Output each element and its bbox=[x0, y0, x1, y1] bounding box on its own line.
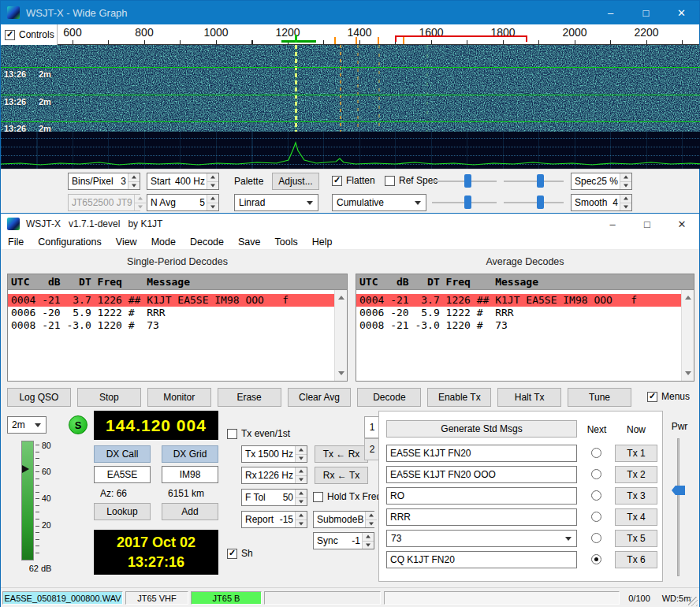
ref-spec-checkbox[interactable]: Ref Spec bbox=[385, 175, 438, 186]
controls-checkbox[interactable]: Controls bbox=[1, 24, 58, 45]
add-button[interactable]: Add bbox=[162, 503, 218, 520]
f-tol-spinner[interactable]: F Tol 50 bbox=[241, 489, 307, 506]
maximize-icon[interactable]: □ bbox=[630, 214, 665, 234]
decode-button[interactable]: Decode bbox=[357, 388, 421, 407]
spinner-arrows-icon[interactable] bbox=[365, 512, 377, 527]
tx-freq-spinner[interactable]: Tx 1500 Hz bbox=[241, 445, 307, 463]
menu-save[interactable]: Save bbox=[231, 236, 268, 248]
resize-grip[interactable] bbox=[688, 597, 698, 606]
scrollbar[interactable] bbox=[334, 290, 347, 381]
spinner-arrows-icon[interactable] bbox=[362, 533, 374, 549]
slider-handle[interactable] bbox=[537, 196, 544, 209]
tx1-next-radio[interactable] bbox=[591, 448, 601, 458]
menu-configurations[interactable]: Configurations bbox=[31, 236, 109, 248]
menu-tools[interactable]: Tools bbox=[268, 236, 305, 248]
menu-decode[interactable]: Decode bbox=[183, 236, 231, 248]
tx3-now-button[interactable]: Tx 3 bbox=[615, 487, 657, 505]
tx3-next-radio[interactable] bbox=[591, 490, 601, 501]
generate-std-msgs-button[interactable]: Generate Std Msgs bbox=[386, 420, 577, 438]
flatten-checkbox[interactable]: Flatten bbox=[332, 175, 375, 186]
decode-row[interactable]: 0006 -20 5.9 1222 # RRR bbox=[356, 307, 681, 319]
decode-row[interactable]: 0008 -21 -3.0 1220 # 73 bbox=[8, 319, 334, 332]
rx-from-tx-button[interactable]: Rx ← Tx bbox=[315, 467, 368, 484]
tab-1[interactable]: 1 bbox=[364, 416, 379, 438]
tx-even-checkbox[interactable]: Tx even/1st bbox=[227, 428, 290, 439]
lookup-button[interactable]: Lookup bbox=[94, 503, 151, 520]
main-titlebar[interactable]: WSJT-X v1.7.1-devel by K1JT – □ ✕ bbox=[1, 214, 699, 234]
menu-mode[interactable]: Mode bbox=[144, 236, 183, 248]
decode-row[interactable]: 0004 -21 3.7 1226 ## K1JT EA5SE IM98 OOO… bbox=[8, 294, 334, 307]
dx-call-button[interactable]: DX Call bbox=[94, 445, 151, 463]
tx1-now-button[interactable]: Tx 1 bbox=[615, 445, 657, 462]
report-spinner[interactable]: Report -15 bbox=[241, 511, 307, 528]
menu-view[interactable]: View bbox=[109, 236, 144, 248]
tx6-next-radio[interactable] bbox=[591, 554, 601, 564]
spinner-arrows-icon[interactable] bbox=[295, 512, 307, 527]
menu-help[interactable]: Help bbox=[305, 236, 340, 248]
slider-handle[interactable] bbox=[464, 174, 471, 188]
spectrum-gain-slider[interactable] bbox=[432, 196, 497, 210]
menus-checkbox[interactable]: Menus bbox=[647, 391, 690, 402]
waterfall-zero-slider[interactable] bbox=[504, 174, 564, 188]
stop-button[interactable]: Stop bbox=[77, 388, 141, 407]
palette-combo[interactable]: Linrad bbox=[234, 194, 318, 211]
waterfall-display[interactable]: 13:26 2m 13:26 2m 13:26 2m bbox=[1, 45, 700, 132]
start-freq-spinner[interactable]: Start 400 Hz bbox=[147, 173, 219, 190]
minimize-icon[interactable]: – bbox=[595, 214, 630, 234]
minimize-icon[interactable]: – bbox=[593, 1, 628, 24]
tx2-next-radio[interactable] bbox=[591, 469, 601, 479]
tx2-now-button[interactable]: Tx 2 bbox=[615, 466, 657, 483]
decode-row[interactable]: 0006 -20 5.9 1222 # RRR bbox=[8, 307, 334, 319]
band-select[interactable]: 2m bbox=[7, 416, 47, 434]
spinner-arrows-icon[interactable] bbox=[207, 173, 218, 189]
spectrum-type-combo[interactable]: Cumulative bbox=[332, 194, 426, 211]
spinner-arrows-icon[interactable] bbox=[128, 173, 140, 189]
spinner-arrows-icon[interactable] bbox=[620, 173, 631, 189]
scrollbar[interactable] bbox=[681, 290, 694, 381]
close-icon[interactable]: ✕ bbox=[664, 1, 699, 24]
tx5-message-combo[interactable]: 73 bbox=[386, 530, 577, 547]
wide-graph-titlebar[interactable]: WSJT-X - Wide Graph – □ ✕ bbox=[1, 1, 699, 24]
tune-button[interactable]: Tune bbox=[568, 388, 631, 407]
tx2-message-field[interactable]: EA5SE K1JT FN20 OOO bbox=[386, 466, 577, 483]
submode-spinner[interactable]: Submode B bbox=[313, 511, 374, 528]
clear-avg-button[interactable]: Clear Avg bbox=[288, 388, 352, 407]
power-slider-handle[interactable] bbox=[672, 486, 685, 495]
dx-call-field[interactable]: EA5SE bbox=[94, 466, 151, 483]
tx5-now-button[interactable]: Tx 5 bbox=[615, 530, 657, 547]
adjust-button[interactable]: Adjust... bbox=[272, 173, 319, 190]
spinner-arrows-icon[interactable] bbox=[295, 446, 307, 462]
maximize-icon[interactable]: □ bbox=[628, 1, 664, 24]
slider-handle[interactable] bbox=[464, 196, 471, 209]
monitor-button[interactable]: Monitor bbox=[147, 388, 211, 407]
rx-freq-spinner[interactable]: Rx 1226 Hz bbox=[241, 467, 307, 484]
enable-tx-button[interactable]: Enable Tx bbox=[427, 388, 491, 407]
log-qso-button[interactable]: Log QSO bbox=[7, 388, 71, 407]
erase-button[interactable]: Erase bbox=[218, 388, 281, 407]
halt-tx-button[interactable]: Halt Tx bbox=[497, 388, 561, 407]
tx4-now-button[interactable]: Tx 4 bbox=[615, 508, 657, 526]
tx6-message-field[interactable]: CQ K1JT FN20 bbox=[386, 551, 577, 568]
tx6-now-button[interactable]: Tx 6 bbox=[615, 551, 657, 568]
frequency-display[interactable]: 144.120 004 bbox=[94, 411, 218, 440]
smooth-spinner[interactable]: Smooth 4 bbox=[571, 194, 632, 211]
power-slider[interactable] bbox=[677, 438, 680, 576]
frequency-scale[interactable]: Controls 600 800 1000 1200 1400 1600 180… bbox=[1, 24, 699, 45]
tx3-message-field[interactable]: RO bbox=[386, 487, 577, 505]
decode-row[interactable]: 0004 -21 3.7 1226 ## K1JT EA5SE IM98 OOO… bbox=[356, 294, 681, 307]
spinner-arrows-icon[interactable] bbox=[295, 490, 307, 505]
spinner-arrows-icon[interactable] bbox=[295, 467, 307, 483]
tx4-message-field[interactable]: RRR bbox=[386, 508, 577, 526]
slider-handle[interactable] bbox=[537, 174, 544, 188]
waterfall-gain-slider[interactable] bbox=[432, 174, 497, 188]
bins-per-pixel-spinner[interactable]: Bins/Pixel 3 bbox=[68, 173, 140, 190]
menu-file[interactable]: File bbox=[1, 236, 31, 248]
n-avg-spinner[interactable]: N Avg 5 bbox=[147, 194, 219, 211]
hold-tx-freq-checkbox[interactable]: Hold Tx Freq bbox=[313, 491, 382, 502]
tab-2[interactable]: 2 bbox=[364, 438, 379, 460]
spec-percent-spinner[interactable]: Spec 25 % bbox=[571, 173, 632, 190]
sync-spinner[interactable]: Sync -1 bbox=[313, 532, 374, 549]
spinner-arrows-icon[interactable] bbox=[207, 195, 218, 210]
dx-grid-field[interactable]: IM98 bbox=[162, 466, 218, 483]
tx1-message-field[interactable]: EA5SE K1JT FN20 bbox=[386, 445, 577, 462]
